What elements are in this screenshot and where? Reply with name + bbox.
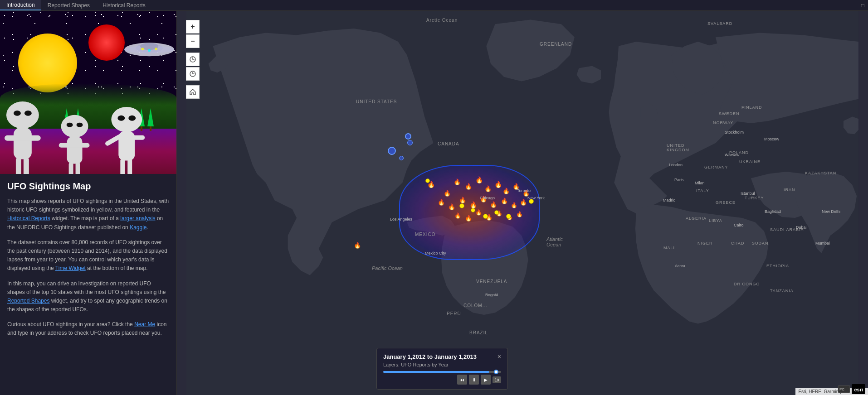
svg-point-16 bbox=[128, 116, 136, 121]
map-controls: + − bbox=[186, 20, 200, 99]
sidebar: UFO Sightings Map This map shows reports… bbox=[0, 11, 177, 395]
svg-rect-21 bbox=[127, 159, 132, 174]
sidebar-title: UFO Sightings Map bbox=[7, 181, 169, 192]
svg-rect-10 bbox=[67, 137, 83, 164]
sidebar-hero-image bbox=[0, 11, 176, 174]
time-pause-button[interactable]: ⏸ bbox=[469, 375, 479, 385]
rotate-icon bbox=[189, 56, 196, 63]
svg-point-0 bbox=[6, 101, 39, 129]
time-play-button[interactable]: ▶ bbox=[481, 375, 491, 385]
svg-point-14 bbox=[111, 107, 142, 132]
time-layers-label: Layers: UFO Reports by Year bbox=[383, 362, 501, 367]
reported-shapes-link[interactable]: Reported Shapes bbox=[7, 298, 49, 304]
svg-rect-4 bbox=[5, 135, 41, 141]
time-widget-header: January 1,2012 to January 1,2013 × bbox=[383, 353, 501, 360]
esri-logo: esri bbox=[852, 384, 865, 394]
svg-point-27 bbox=[148, 49, 151, 52]
map-area[interactable]: + − bbox=[177, 11, 868, 395]
map-svg bbox=[177, 11, 868, 395]
para-2: The dataset contains over 80,000 records… bbox=[7, 238, 169, 273]
tab-close-button[interactable]: □ bbox=[858, 1, 868, 10]
time-widget-close-button[interactable]: × bbox=[497, 353, 501, 360]
svg-point-9 bbox=[77, 123, 83, 127]
para-4: Curious about UFO sightings in your area… bbox=[7, 320, 169, 337]
svg-point-8 bbox=[67, 123, 73, 127]
tab-reported-shapes[interactable]: Reported Shapes bbox=[41, 0, 96, 10]
time-slider-container bbox=[383, 371, 501, 373]
time-controls: ⏮ ⏸ ▶ 1x bbox=[383, 375, 501, 385]
svg-rect-12 bbox=[69, 163, 73, 174]
para-3: In this map, you can drive an investigat… bbox=[7, 279, 169, 314]
time-back-button[interactable]: ⏮ bbox=[457, 375, 467, 385]
zoom-out-button[interactable]: − bbox=[186, 34, 200, 48]
near-me-link[interactable]: Near Me bbox=[134, 321, 155, 328]
tab-bar: Introduction Reported Shapes Historical … bbox=[0, 0, 868, 11]
svg-point-15 bbox=[117, 116, 125, 121]
larger-analysis-link[interactable]: larger analysis bbox=[120, 215, 155, 222]
time-slider-fill bbox=[383, 371, 489, 373]
svg-rect-13 bbox=[76, 163, 80, 174]
svg-point-1 bbox=[14, 111, 21, 116]
rotate-button[interactable] bbox=[186, 53, 200, 66]
svg-rect-20 bbox=[120, 159, 125, 174]
svg-rect-3 bbox=[14, 128, 32, 159]
svg-point-26 bbox=[141, 48, 144, 50]
time-range-label: January 1,2012 to January 1,2013 bbox=[383, 353, 477, 360]
svg-point-28 bbox=[155, 48, 157, 50]
esri-branding: PC esri bbox=[838, 384, 865, 394]
sidebar-content: UFO Sightings Map This map shows reports… bbox=[0, 174, 176, 352]
svg-rect-5 bbox=[16, 158, 21, 174]
time-widget: January 1,2012 to January 1,2013 × Layer… bbox=[376, 348, 508, 390]
svg-rect-19 bbox=[127, 135, 145, 140]
main-layout: UFO Sightings Map This map shows reports… bbox=[0, 11, 868, 395]
time-button[interactable] bbox=[186, 67, 200, 81]
alien-scene bbox=[0, 11, 176, 174]
pc-logo: PC bbox=[838, 385, 850, 393]
time-widget-link[interactable]: Time Widget bbox=[55, 265, 86, 271]
svg-point-2 bbox=[24, 111, 32, 116]
historical-reports-link[interactable]: Historical Reports bbox=[7, 215, 50, 222]
time-speed-label[interactable]: 1x bbox=[493, 376, 501, 383]
clock-icon bbox=[189, 70, 196, 77]
zoom-in-button[interactable]: + bbox=[186, 20, 200, 34]
para-1: This map shows reports of UFO sightings … bbox=[7, 197, 169, 232]
svg-rect-11 bbox=[59, 143, 90, 148]
svg-point-7 bbox=[61, 115, 88, 138]
time-slider[interactable] bbox=[383, 371, 501, 373]
home-icon bbox=[189, 88, 196, 96]
time-slider-handle[interactable] bbox=[494, 370, 498, 374]
svg-text:PC: PC bbox=[839, 387, 844, 391]
home-button[interactable] bbox=[186, 85, 200, 99]
tab-historical-reports[interactable]: Historical Reports bbox=[96, 0, 152, 10]
svg-rect-6 bbox=[24, 158, 29, 174]
tab-introduction[interactable]: Introduction bbox=[0, 0, 41, 10]
alien-svg bbox=[0, 11, 176, 174]
kaggle-link[interactable]: Kaggle bbox=[130, 224, 146, 231]
